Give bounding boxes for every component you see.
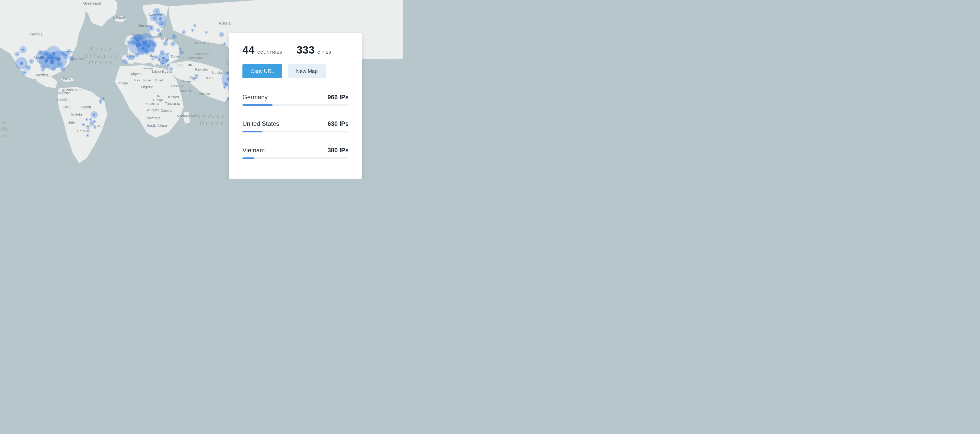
map-bubble-core xyxy=(22,49,24,51)
map-bubble-core xyxy=(150,41,151,43)
label-chile: Chile xyxy=(66,121,75,125)
stat-countries: 44 COUNTRIES xyxy=(242,44,282,56)
map-bubble-core xyxy=(100,102,101,103)
map-bubble-core xyxy=(63,90,64,91)
country-row-header: United States630 IPs xyxy=(242,120,348,127)
label-ethiopia: Ethiopia xyxy=(171,84,183,88)
map-bubble-core xyxy=(159,17,162,21)
map-bubble-core xyxy=(162,57,165,60)
label-namibia: Namibia xyxy=(146,116,161,120)
country-row-header: Vietnam380 IPs xyxy=(242,147,348,154)
map-bubble-core xyxy=(94,114,95,116)
country-ips: 966 IPs xyxy=(328,94,348,101)
south-pacific-label-line2: cific xyxy=(0,127,8,132)
country-name: Germany xyxy=(242,94,268,101)
label-canada: Canada xyxy=(29,32,43,36)
map-bubble-core xyxy=(124,60,124,61)
label-tunisia: Tunisia xyxy=(142,66,153,70)
map-bubble-core xyxy=(57,57,61,62)
map-bubble-core xyxy=(27,67,29,68)
country-ips: 380 IPs xyxy=(328,147,348,154)
north-atlantic-label-line3: O c e a n xyxy=(89,59,113,65)
label-maldives: Maldives xyxy=(198,92,212,96)
map-bubble-core xyxy=(146,52,148,53)
map-bubble-core xyxy=(94,121,95,122)
map-bubble-core xyxy=(196,75,197,76)
map-bubble-core xyxy=(68,51,70,52)
label-algeria: Algeria xyxy=(130,72,143,76)
map-bubble-core xyxy=(17,54,18,55)
label-bolivia: Bolivia xyxy=(71,113,82,117)
map-bubble-core xyxy=(152,50,153,51)
label-uzbekistan: Uzbekistan xyxy=(194,52,210,56)
map-bubble-core xyxy=(83,124,84,125)
label-iran: Iran xyxy=(186,62,192,67)
label-cuba: Cuba xyxy=(62,76,71,80)
label-india: India xyxy=(206,76,215,80)
map-bubble-core xyxy=(103,98,103,99)
map-bubble-core xyxy=(65,54,67,56)
label-uruguay: Uruguay xyxy=(77,129,90,133)
map-bubble-core xyxy=(20,62,23,65)
south-pacific-label-line3: ean xyxy=(0,133,7,138)
map-bubble-core xyxy=(150,27,152,29)
stat-cities-value: 333 xyxy=(297,44,315,56)
country-row-header: Germany966 IPs xyxy=(242,94,348,101)
stat-countries-value: 44 xyxy=(242,44,255,56)
country-ips: 630 IPs xyxy=(328,120,348,127)
label-drc-2: Congo xyxy=(153,98,163,102)
map-bubble-core xyxy=(172,43,174,45)
label-mali: Mali xyxy=(134,78,140,82)
label-niger: Niger xyxy=(143,78,151,82)
label-senegal: Senegal xyxy=(116,81,129,85)
label-tanzania: Tanzania xyxy=(165,101,180,106)
label-iraq: Iraq xyxy=(177,63,183,67)
map-bubble-core xyxy=(31,61,32,62)
label-drc-1: DR xyxy=(156,94,161,98)
map-bubble-core xyxy=(224,87,225,88)
label-pakistan: Pakistan xyxy=(195,67,210,72)
map-bubble-core xyxy=(153,44,155,45)
map-bubble-core xyxy=(194,25,196,26)
country-bar-track xyxy=(242,157,348,159)
stat-cities-label: CITIES xyxy=(318,50,331,54)
map-bubble-core xyxy=(160,34,161,35)
new-map-button[interactable]: New Map xyxy=(288,64,326,78)
country-row[interactable]: Germany966 IPs xyxy=(242,94,348,106)
map-bubble-core xyxy=(88,127,89,129)
map-bubble-core xyxy=(62,68,64,70)
map-bubble-core xyxy=(170,68,172,69)
label-nigeria: Nigeria xyxy=(141,85,153,89)
map-bubble-core xyxy=(43,66,44,68)
copy-url-button[interactable]: Copy URL xyxy=(242,64,282,78)
label-peru: Peru xyxy=(62,105,71,109)
map-bubble-core xyxy=(161,24,163,25)
label-ecuador: Ecuador xyxy=(56,97,69,101)
label-somalia: Somalia xyxy=(180,89,192,92)
map-bubble-core xyxy=(24,72,25,73)
map-bubble-core xyxy=(148,45,151,48)
map-bubble-core xyxy=(59,64,61,65)
map-bubble-core xyxy=(181,52,182,53)
south-pacific-label-line1: uth xyxy=(0,120,6,125)
label-zambia: Zambia xyxy=(161,109,172,113)
label-kenya: Kenya xyxy=(168,95,179,99)
label-turkey: Turkey xyxy=(170,55,181,59)
map-bubble-core xyxy=(183,32,184,33)
label-libya: Libya xyxy=(152,69,162,73)
north-atlantic-label-line1: N o r t h xyxy=(89,45,112,52)
map-bubble-core xyxy=(156,57,157,58)
map-bubble-core xyxy=(127,56,128,57)
map-bubble-core xyxy=(126,62,127,63)
country-bar-track xyxy=(242,131,348,132)
map-bubble-core xyxy=(87,135,88,136)
country-row[interactable]: Vietnam380 IPs xyxy=(242,147,348,159)
country-row[interactable]: United States630 IPs xyxy=(242,120,348,132)
map-bubble-core xyxy=(167,54,169,55)
map-bubble-core xyxy=(166,60,167,61)
map-bubble-core xyxy=(152,59,153,59)
country-bar-track xyxy=(242,104,348,106)
map-bubble-core xyxy=(154,126,155,127)
map-bubble-core xyxy=(53,68,54,69)
indian-ocean-label-line1: I n d i a n xyxy=(198,113,225,119)
